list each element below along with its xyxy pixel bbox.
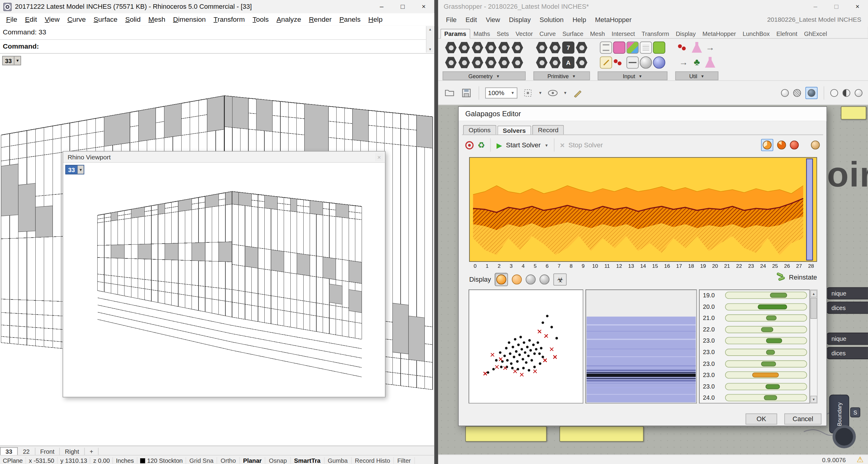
layer-indicator[interactable]: 120 Stockton bbox=[137, 457, 186, 463]
sketch-pen-icon[interactable] bbox=[571, 87, 584, 99]
close-button[interactable]: × bbox=[413, 0, 434, 13]
maximize-button[interactable]: □ bbox=[392, 0, 413, 13]
refresh-icon[interactable]: ♻ bbox=[477, 140, 485, 150]
menu-item-render[interactable]: Render bbox=[305, 15, 336, 23]
toggle-ortho[interactable]: Ortho bbox=[217, 457, 240, 463]
tab-lunchbox[interactable]: LunchBox bbox=[739, 29, 773, 38]
open-file-icon[interactable] bbox=[444, 87, 456, 99]
zoom-select[interactable]: 100%▼ bbox=[485, 87, 517, 98]
orb-icon[interactable] bbox=[653, 57, 665, 69]
close-icon[interactable]: × bbox=[375, 153, 383, 161]
tab-maths[interactable]: Maths bbox=[470, 29, 493, 38]
minimize-button[interactable]: – bbox=[805, 0, 826, 13]
toggle-planar[interactable]: Planar bbox=[240, 457, 266, 463]
toggle-record-histo[interactable]: Record Histo bbox=[352, 457, 394, 463]
reinstate-button[interactable]: Reinstate bbox=[776, 273, 817, 281]
cplane-label[interactable]: CPlane bbox=[0, 457, 26, 463]
play-icon[interactable]: ▶ bbox=[497, 141, 502, 150]
pink-icon[interactable] bbox=[613, 42, 625, 54]
panel-icon[interactable] bbox=[600, 42, 612, 54]
gray-orb-icon[interactable] bbox=[539, 274, 550, 285]
hex-icon[interactable] bbox=[511, 42, 523, 54]
genome-slider[interactable] bbox=[725, 292, 807, 299]
panel-component[interactable] bbox=[841, 106, 866, 120]
maximize-button[interactable]: □ bbox=[826, 0, 847, 13]
cherry-icon[interactable] bbox=[677, 42, 689, 54]
panel-component[interactable] bbox=[465, 426, 547, 442]
hex-icon[interactable] bbox=[445, 57, 457, 69]
command-prompt[interactable]: Command: bbox=[0, 40, 428, 53]
toggle-osnap[interactable]: Osnap bbox=[266, 457, 291, 463]
panel-component[interactable] bbox=[560, 426, 644, 442]
menu-item-help[interactable]: Help bbox=[568, 16, 591, 24]
arrow-icon[interactable] bbox=[677, 57, 689, 69]
genome-slider[interactable] bbox=[725, 394, 807, 401]
floating-viewport-body[interactable]: 33▼ bbox=[63, 163, 384, 396]
menu-item-help[interactable]: Help bbox=[364, 15, 386, 23]
hex-icon[interactable] bbox=[471, 57, 484, 69]
chevron-down-icon[interactable]: ▼ bbox=[77, 165, 84, 174]
tab-transform[interactable]: Transform bbox=[639, 29, 673, 38]
menu-item-mesh[interactable]: Mesh bbox=[145, 15, 169, 23]
hex-icon[interactable] bbox=[498, 57, 510, 69]
menu-item-file[interactable]: File bbox=[2, 15, 21, 23]
genome-scrollbar[interactable]: ▲ ▼ bbox=[810, 290, 817, 404]
display-mode-selected[interactable] bbox=[805, 87, 817, 99]
menu-item-curve[interactable]: Curve bbox=[63, 15, 90, 23]
genome-diversity-panel[interactable] bbox=[586, 290, 697, 404]
tab-metahopper[interactable]: MetaHopper bbox=[699, 29, 739, 38]
genome-list-panel[interactable]: 19.020.021.022.023.023.023.023.023.024.0 bbox=[699, 290, 810, 404]
flask-icon[interactable] bbox=[704, 57, 716, 69]
toggle-smarttra[interactable]: SmartTra bbox=[291, 457, 324, 463]
rhino-floating-viewport[interactable]: Rhino Viewport × 33▼ bbox=[63, 151, 385, 398]
hex-icon[interactable] bbox=[576, 42, 588, 54]
scrollbar-thumb[interactable] bbox=[810, 298, 817, 319]
menu-item-file[interactable]: File bbox=[441, 16, 461, 24]
genome-slider[interactable] bbox=[725, 303, 807, 310]
hex-icon[interactable] bbox=[576, 57, 588, 69]
hex-icon[interactable] bbox=[549, 57, 561, 69]
new-viewport-icon[interactable]: + bbox=[85, 448, 99, 456]
cancel-button[interactable]: Cancel bbox=[784, 413, 822, 425]
viewport-tab-front[interactable]: Front bbox=[35, 448, 60, 456]
green-icon[interactable] bbox=[653, 42, 665, 54]
gauge-icon[interactable] bbox=[811, 141, 820, 150]
tab-elefront[interactable]: Elefront bbox=[773, 29, 801, 38]
warning-icon[interactable]: ⚠ bbox=[857, 455, 864, 464]
scroll-down-icon[interactable]: ▼ bbox=[427, 46, 434, 53]
menu-item-transform[interactable]: Transform bbox=[210, 15, 249, 23]
zoom-extents-icon[interactable] bbox=[522, 87, 534, 99]
chevron-down-icon[interactable]: ▼ bbox=[545, 143, 549, 147]
viewport-title-chip[interactable]: 33▼ bbox=[65, 165, 84, 174]
scroll-down-icon[interactable]: ▼ bbox=[810, 396, 817, 403]
genome-slider[interactable] bbox=[725, 337, 807, 344]
viewport-tab-right[interactable]: Right bbox=[60, 448, 85, 456]
tab-sets[interactable]: Sets bbox=[493, 29, 512, 38]
close-button[interactable]: × bbox=[847, 0, 868, 13]
ribbon-group-label[interactable]: Geometry▼ bbox=[443, 71, 526, 80]
floating-viewport-titlebar[interactable]: Rhino Viewport bbox=[63, 152, 385, 163]
fitness-graph[interactable] bbox=[469, 157, 817, 262]
toggle-gumba[interactable]: Gumba bbox=[324, 457, 352, 463]
hex-icon[interactable] bbox=[485, 57, 497, 69]
swatch-icon[interactable] bbox=[627, 42, 639, 54]
tab-record[interactable]: Record bbox=[532, 125, 564, 134]
tab-options[interactable]: Options bbox=[463, 125, 496, 134]
viewport-tab-22[interactable]: 22 bbox=[18, 448, 35, 456]
pen-icon[interactable] bbox=[600, 57, 612, 69]
menu-item-solid[interactable]: Solid bbox=[121, 15, 145, 23]
tab-curve[interactable]: Curve bbox=[536, 29, 559, 38]
s-param-component[interactable]: S bbox=[850, 407, 860, 417]
chevron-down-icon[interactable]: ▼ bbox=[563, 91, 567, 95]
ribbon-group-label[interactable]: Primitive▼ bbox=[533, 71, 590, 80]
hex-icon[interactable] bbox=[511, 57, 523, 69]
component-capsule[interactable]: nique bbox=[826, 333, 868, 345]
component-capsule[interactable]: nique bbox=[826, 288, 868, 299]
menu-item-view[interactable]: View bbox=[481, 16, 504, 24]
display-mode-icon[interactable] bbox=[843, 89, 850, 97]
toggle-filter[interactable]: Filter bbox=[394, 457, 415, 463]
display-mode-icon[interactable] bbox=[830, 89, 838, 97]
display-mode-icon[interactable] bbox=[793, 89, 801, 97]
scroll-up-icon[interactable]: ▲ bbox=[427, 26, 434, 33]
graph-mode-selected[interactable] bbox=[761, 139, 773, 151]
